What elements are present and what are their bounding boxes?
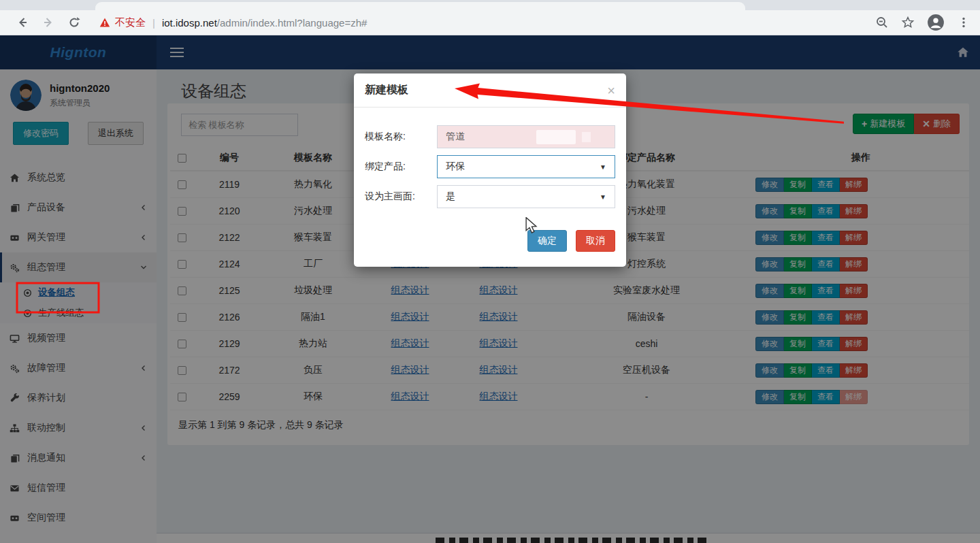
ime-highlight <box>582 132 591 142</box>
browser-active-tab[interactable] <box>95 2 745 10</box>
chevron-down-icon: ▼ <box>600 193 606 201</box>
browser-chrome: 不安全 | iot.idosp.net/admin/index.html?lan… <box>0 0 980 35</box>
browser-toolbar: 不安全 | iot.idosp.net/admin/index.html?lan… <box>0 10 980 35</box>
zoom-out-icon[interactable] <box>875 16 889 29</box>
security-warning-label: 不安全 <box>115 16 146 29</box>
url-separator: | <box>152 17 155 29</box>
bind-product-label: 绑定产品: <box>365 161 437 173</box>
new-template-modal: 新建模板 × 模板名称: 管道 绑定产品: 环保 ▼ 设为主画面: 是 ▼ <box>354 73 626 267</box>
url-path: /admin/index.html?language=zh# <box>217 17 368 29</box>
template-name-label: 模板名称: <box>365 131 437 143</box>
template-name-input[interactable]: 管道 <box>437 125 615 148</box>
back-icon[interactable] <box>16 16 29 29</box>
confirm-button[interactable]: 确定 <box>527 230 567 252</box>
bind-product-select[interactable]: 环保 ▼ <box>437 155 615 178</box>
forward-icon[interactable] <box>42 16 55 29</box>
warning-triangle-icon <box>99 17 110 28</box>
profile-avatar-icon[interactable] <box>927 14 945 31</box>
url-host: iot.idosp.net <box>162 17 217 29</box>
bookmark-star-icon[interactable] <box>901 16 915 29</box>
url-text[interactable]: iot.idosp.net/admin/index.html?language=… <box>162 17 367 29</box>
address-bar[interactable]: 不安全 | iot.idosp.net/admin/index.html?lan… <box>99 16 869 29</box>
modal-title: 新建模板 <box>365 83 408 97</box>
main-screen-label: 设为主画面: <box>365 191 437 203</box>
security-warning[interactable]: 不安全 <box>99 16 146 29</box>
ime-highlight <box>536 130 576 144</box>
chevron-down-icon: ▼ <box>600 163 606 171</box>
browser-menu-icon[interactable] <box>957 16 970 29</box>
cancel-button[interactable]: 取消 <box>576 230 615 252</box>
browser-tab-strip <box>0 0 980 10</box>
reload-icon[interactable] <box>67 16 81 29</box>
main-screen-select[interactable]: 是 ▼ <box>437 185 615 208</box>
close-icon[interactable]: × <box>607 84 615 97</box>
